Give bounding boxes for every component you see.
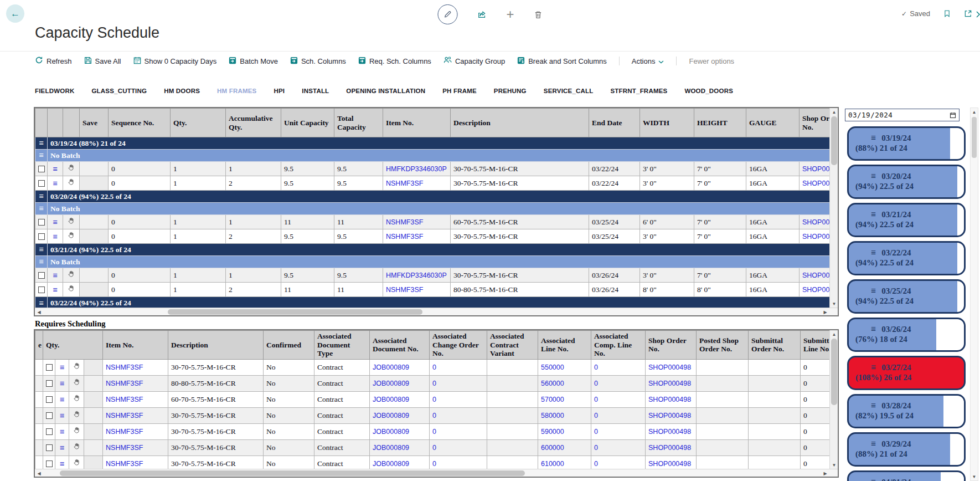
- comp-line-link[interactable]: 0: [594, 412, 598, 419]
- drag-hand-icon[interactable]: [73, 395, 80, 403]
- document-no-link[interactable]: JOB000809: [373, 364, 409, 371]
- column-header-item-no[interactable]: Item No.: [383, 109, 451, 137]
- date-group-row[interactable]: ≡03/19/24 (88%) 21 of 24: [35, 137, 839, 150]
- batch-row[interactable]: ≡No Batch: [35, 150, 839, 162]
- line-no-link[interactable]: 580000: [541, 412, 564, 419]
- scroll-down-icon[interactable]: ▼: [830, 461, 838, 469]
- tab-install[interactable]: INSTALL: [302, 88, 329, 96]
- tab-service-call[interactable]: SERVICE_CALL: [544, 88, 594, 96]
- change-order-link[interactable]: 0: [432, 364, 436, 371]
- tab-ph-frame[interactable]: PH FRAME: [442, 88, 477, 96]
- bookmark-icon[interactable]: [943, 9, 951, 18]
- row-checkbox[interactable]: [46, 460, 53, 467]
- scrollbar-thumb[interactable]: [168, 309, 422, 315]
- column-header-qty[interactable]: Qty.: [43, 331, 103, 360]
- tab-hm-doors[interactable]: HM DOORS: [164, 88, 200, 96]
- scroll-up-icon[interactable]: ▲: [971, 108, 978, 116]
- card-menu-icon[interactable]: ≡: [871, 248, 876, 257]
- column-header-blank[interactable]: [63, 109, 80, 137]
- column-header-shop-order-no[interactable]: Shop Order No.: [646, 331, 697, 360]
- item-no-link[interactable]: HMFKDP3346030P: [386, 272, 447, 279]
- card-menu-icon[interactable]: ≡: [871, 171, 876, 181]
- chevron-right-icon[interactable]: [976, 10, 980, 20]
- drag-hand-icon[interactable]: [73, 411, 80, 419]
- column-header-associated-comp-line-no[interactable]: Associated Comp. Line No.: [591, 331, 646, 360]
- column-header-blank[interactable]: [35, 109, 48, 137]
- tab-glass-cutting[interactable]: GLASS_CUTTING: [91, 88, 147, 96]
- change-order-link[interactable]: 0: [432, 396, 436, 403]
- date-group-row[interactable]: ≡03/21/24 (94%) 22.5 of 24: [35, 244, 839, 256]
- row-menu-icon[interactable]: ≡: [50, 219, 60, 226]
- card-menu-icon[interactable]: ≡: [871, 133, 876, 142]
- row-checkbox[interactable]: [46, 444, 53, 451]
- back-button[interactable]: ←: [6, 4, 24, 23]
- document-no-link[interactable]: JOB000809: [373, 460, 409, 468]
- column-header-clipped[interactable]: e: [35, 331, 43, 360]
- comp-line-link[interactable]: 0: [594, 380, 598, 387]
- document-no-link[interactable]: JOB000809: [373, 380, 409, 387]
- row-checkbox[interactable]: [38, 180, 45, 187]
- document-no-link[interactable]: JOB000809: [373, 396, 409, 403]
- shop-order-link[interactable]: SHOP000498: [648, 380, 691, 387]
- item-no-link[interactable]: NSHMF3SF: [106, 428, 143, 436]
- line-no-link[interactable]: 550000: [541, 364, 564, 371]
- comp-line-link[interactable]: 0: [594, 396, 598, 403]
- capacity-day-card-03-19-24[interactable]: ≡03/19/24(88%) 21 of 24: [847, 126, 966, 161]
- group-menu-icon[interactable]: ≡: [35, 137, 48, 150]
- batch-row[interactable]: ≡No Batch: [35, 256, 839, 268]
- drag-hand-icon[interactable]: [73, 443, 80, 452]
- change-order-link[interactable]: 0: [432, 460, 436, 468]
- capacity-day-card-03-29-24[interactable]: ≡03/29/24(88%) 21 of 24: [847, 432, 966, 467]
- column-header-width[interactable]: WIDTH: [640, 109, 694, 137]
- row-menu-icon[interactable]: ≡: [50, 166, 60, 172]
- card-menu-icon[interactable]: ≡: [871, 286, 876, 295]
- drag-hand-icon[interactable]: [73, 427, 80, 436]
- actions-menu-button[interactable]: Actions: [632, 57, 664, 65]
- column-header-description[interactable]: Description: [168, 331, 264, 360]
- item-no-link[interactable]: NSHMF3SF: [386, 286, 423, 294]
- scroll-down-icon[interactable]: ▼: [830, 300, 838, 308]
- tab-hm-frames[interactable]: HM FRAMES: [217, 88, 256, 96]
- column-header-save[interactable]: Save: [80, 109, 109, 137]
- change-order-link[interactable]: 0: [432, 444, 436, 452]
- drag-hand-icon[interactable]: [73, 379, 80, 387]
- row-checkbox[interactable]: [38, 233, 45, 240]
- item-no-link[interactable]: NSHMF3SF: [386, 180, 423, 187]
- sidebar-scrollbar[interactable]: ▲ ▼: [970, 108, 978, 481]
- item-no-link[interactable]: NSHMF3SF: [106, 396, 143, 403]
- column-header-confirmed[interactable]: Confirmed: [264, 331, 314, 360]
- main-table-vscrollbar[interactable]: ▲ ▼: [829, 108, 838, 308]
- comp-line-link[interactable]: 0: [594, 460, 598, 468]
- scroll-down-icon[interactable]: ▼: [971, 473, 978, 480]
- scrollbar-thumb[interactable]: [831, 339, 837, 405]
- column-header-accumulative-qty[interactable]: Accumulative Qty.: [226, 109, 281, 137]
- line-no-link[interactable]: 560000: [541, 380, 564, 387]
- item-no-link[interactable]: NSHMF3SF: [106, 412, 143, 419]
- row-checkbox[interactable]: [46, 428, 53, 435]
- popout-icon[interactable]: [964, 9, 972, 18]
- column-header-associated-change-order-no[interactable]: Associated Change Order No.: [430, 331, 487, 360]
- row-checkbox[interactable]: [38, 272, 45, 279]
- shop-order-link[interactable]: SHOP000498: [648, 396, 691, 403]
- line-no-link[interactable]: 570000: [541, 396, 564, 403]
- tab-stfrnt-frames[interactable]: STFRNT_FRAMES: [611, 88, 668, 96]
- shop-order-link[interactable]: SHOP000498: [648, 364, 691, 371]
- tab-opening-installation[interactable]: OPENING INSTALLATION: [346, 88, 425, 96]
- row-menu-icon[interactable]: ≡: [58, 460, 66, 467]
- shop-order-link[interactable]: SHOP000498: [648, 412, 691, 419]
- card-menu-icon[interactable]: ≡: [871, 439, 876, 448]
- capacity-day-card-03-22-24[interactable]: ≡03/22/24(94%) 22.5 of 24: [847, 241, 966, 275]
- scroll-left-icon[interactable]: ◀: [35, 308, 43, 316]
- document-no-link[interactable]: JOB000809: [373, 444, 409, 452]
- calendar-picker-icon[interactable]: [950, 112, 956, 119]
- comp-line-link[interactable]: 0: [594, 364, 598, 371]
- row-menu-icon[interactable]: ≡: [58, 444, 66, 451]
- column-header-height[interactable]: HEIGHT: [694, 109, 746, 137]
- drag-hand-icon[interactable]: [68, 271, 75, 279]
- column-header-sequence-no[interactable]: Sequence No.: [109, 109, 171, 137]
- toolbar-button-save-all[interactable]: Save All: [84, 56, 121, 66]
- column-header-gauge[interactable]: GAUGE: [746, 109, 800, 137]
- add-icon[interactable]: +: [506, 9, 514, 20]
- tab-hpi[interactable]: HPI: [274, 88, 285, 96]
- capacity-day-card-03-20-24[interactable]: ≡03/20/24(94%) 22.5 of 24: [847, 165, 966, 199]
